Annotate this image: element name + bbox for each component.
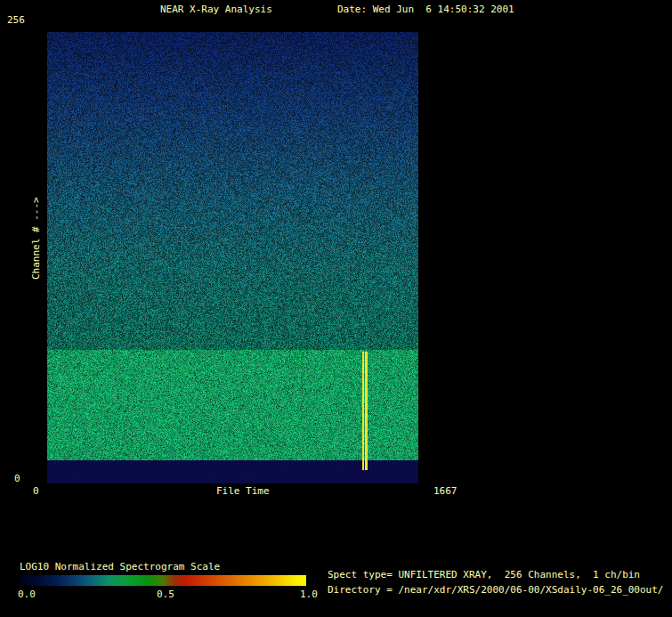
colorbar-gradient bbox=[20, 575, 306, 586]
date-label: Date: Wed Jun 6 14:50:32 2001 bbox=[337, 4, 514, 15]
y-axis-min-tick: 0 bbox=[14, 473, 20, 484]
near-xray-analysis-window: NEAR X-Ray Analysis Date: Wed Jun 6 14:5… bbox=[0, 0, 672, 617]
colorbar-tick-1: 1.0 bbox=[300, 589, 318, 600]
spectrogram-canvas bbox=[47, 32, 418, 483]
colorbar-title: LOG10 Normalized Spectrogram Scale bbox=[20, 561, 220, 572]
x-axis-max-tick: 1667 bbox=[433, 485, 457, 497]
colorbar-tick-0: 0.0 bbox=[18, 589, 36, 600]
colorbar-tick-05: 0.5 bbox=[157, 589, 174, 600]
y-axis-title: Channel # ---> bbox=[30, 178, 42, 280]
directory-info: Directory = /near/xdr/XRS/2000/06-00/XSd… bbox=[328, 584, 664, 596]
spect-type-info: Spect type= UNFILTERED XRAY, 256 Channel… bbox=[328, 569, 640, 580]
page-title: NEAR X-Ray Analysis bbox=[160, 4, 272, 15]
x-axis-title: File Time bbox=[216, 485, 270, 497]
x-axis-min-tick: 0 bbox=[33, 485, 39, 497]
y-axis-max-tick: 256 bbox=[7, 14, 25, 26]
